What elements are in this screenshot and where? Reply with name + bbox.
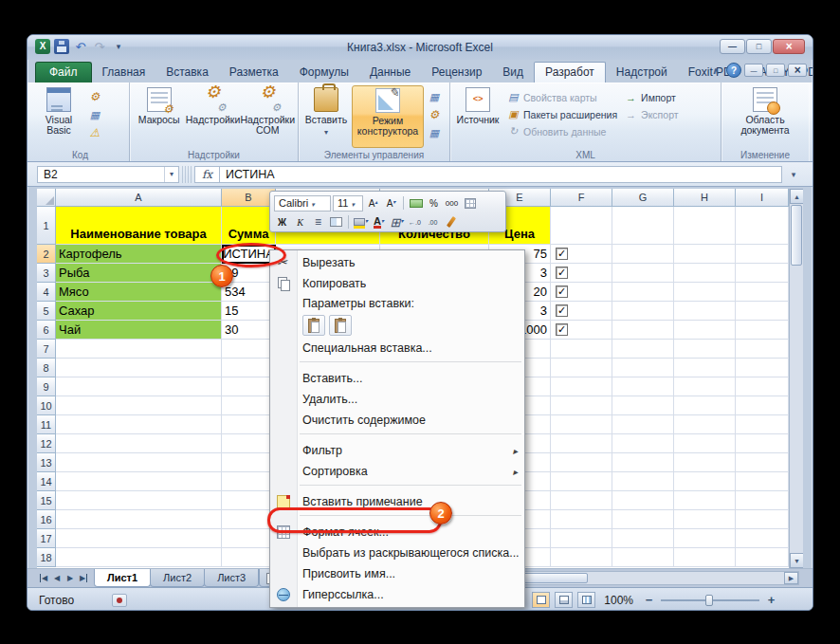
ribbon-tab-1[interactable]: Главная	[92, 63, 156, 83]
cell-H11[interactable]	[674, 415, 736, 434]
cell-A3[interactable]: Рыба	[56, 264, 222, 283]
record-macro-icon[interactable]	[87, 89, 102, 104]
cell-F13[interactable]	[551, 453, 612, 472]
cell-F16[interactable]	[551, 510, 612, 529]
cell-A13[interactable]	[56, 453, 222, 472]
cell-H1[interactable]	[674, 207, 736, 245]
previous-sheet-icon[interactable]	[50, 571, 64, 586]
cell-A7[interactable]	[56, 340, 222, 359]
column-header-F[interactable]: F	[551, 189, 612, 207]
cell-B14[interactable]	[222, 472, 276, 491]
cell-I1[interactable]	[736, 207, 789, 245]
cell-H6[interactable]	[674, 321, 736, 340]
center-align-button[interactable]	[310, 214, 326, 230]
ribbon-tab-file[interactable]: Файл	[35, 62, 92, 83]
cell-H17[interactable]	[674, 529, 736, 548]
menu-item-clear-contents[interactable]: Очистить содержимое	[270, 410, 524, 431]
ribbon-tab-2[interactable]: Вставка	[155, 63, 219, 83]
row-header-12[interactable]: 12	[37, 434, 56, 453]
cell-B13[interactable]	[222, 453, 276, 472]
column-header-B[interactable]: B	[222, 189, 276, 207]
cell-H3[interactable]	[674, 264, 736, 283]
checkbox-F5[interactable]	[556, 304, 568, 317]
cell-I6[interactable]	[736, 321, 789, 340]
paste-values-icon-button[interactable]	[329, 315, 352, 336]
cell-G16[interactable]	[612, 510, 674, 529]
cell-B1[interactable]: Сумма	[222, 207, 276, 245]
ribbon-tab-5[interactable]: Данные	[359, 63, 421, 83]
cell-G9[interactable]	[612, 377, 674, 396]
scroll-right-icon[interactable]	[784, 572, 798, 584]
cell-H5[interactable]	[674, 302, 736, 321]
cell-B6[interactable]: 30	[222, 321, 276, 340]
addins-button[interactable]: Надстройки	[187, 85, 240, 125]
minimize-ribbon-icon[interactable]	[708, 63, 723, 78]
grow-font-button[interactable]: А	[365, 195, 381, 212]
comma-style-button[interactable]: 000	[444, 195, 460, 212]
cell-A1[interactable]: Наименование товара	[56, 207, 222, 245]
row-header-14[interactable]: 14	[37, 472, 56, 491]
view-code-icon[interactable]	[427, 107, 442, 122]
increase-decimal-button[interactable]: ←.0	[407, 214, 423, 230]
cell-B4[interactable]: 534	[222, 283, 276, 302]
cell-I12[interactable]	[736, 434, 789, 453]
last-sheet-icon[interactable]	[77, 571, 90, 586]
cell-A10[interactable]	[56, 396, 222, 415]
cell-A16[interactable]	[56, 510, 222, 529]
cell-H10[interactable]	[674, 396, 736, 415]
percent-style-button[interactable]: %	[426, 195, 442, 212]
font-name-select[interactable]: Calibri	[274, 195, 331, 212]
cell-I9[interactable]	[736, 377, 789, 396]
cell-F17[interactable]	[551, 529, 612, 548]
sheet-tab-1[interactable]: Лист1	[94, 569, 151, 587]
cell-G18[interactable]	[612, 548, 674, 567]
xml-source-button[interactable]: Источник	[452, 85, 503, 125]
row-header-18[interactable]: 18	[37, 548, 56, 567]
page-break-view-button[interactable]	[577, 592, 595, 608]
row-header-9[interactable]: 9	[37, 377, 56, 396]
cell-F11[interactable]	[551, 415, 612, 434]
cell-I7[interactable]	[736, 340, 789, 359]
cell-G15[interactable]	[612, 491, 674, 510]
sheet-tab-3[interactable]: Лист3	[204, 569, 259, 587]
cell-A14[interactable]	[56, 472, 222, 491]
cell-G3[interactable]	[612, 264, 674, 283]
cell-I3[interactable]	[736, 264, 789, 283]
cell-A17[interactable]	[56, 529, 222, 548]
checkbox-F4[interactable]	[556, 285, 568, 298]
page-layout-view-button[interactable]	[555, 592, 573, 608]
font-color-button[interactable]: А	[371, 214, 387, 230]
row-header-8[interactable]: 8	[37, 359, 56, 377]
cell-G1[interactable]	[612, 207, 674, 245]
merge-center-button[interactable]	[328, 214, 344, 230]
normal-view-button[interactable]	[532, 592, 550, 608]
first-sheet-icon[interactable]	[37, 571, 50, 586]
row-header-13[interactable]: 13	[37, 453, 56, 472]
cell-H12[interactable]	[674, 434, 736, 453]
cell-G12[interactable]	[612, 434, 674, 453]
vertical-scrollbar[interactable]	[789, 189, 803, 568]
cell-A9[interactable]	[56, 377, 222, 396]
row-header-2[interactable]: 2	[37, 245, 56, 264]
select-all-corner[interactable]	[37, 189, 56, 207]
cell-A12[interactable]	[56, 434, 222, 453]
macro-security-icon[interactable]	[87, 125, 102, 140]
formula-input[interactable]: ИСТИНА	[219, 166, 782, 183]
cell-H4[interactable]	[674, 283, 736, 302]
row-header-1[interactable]: 1	[37, 207, 56, 245]
cell-F7[interactable]	[551, 340, 612, 359]
cell-B11[interactable]	[222, 415, 276, 434]
cell-G11[interactable]	[612, 415, 674, 434]
cell-G2[interactable]	[612, 245, 674, 264]
cell-I17[interactable]	[736, 529, 789, 548]
column-header-A[interactable]: A	[56, 189, 222, 207]
cell-I15[interactable]	[736, 491, 789, 510]
cell-A8[interactable]	[56, 359, 222, 377]
cell-A4[interactable]: Мясо	[56, 283, 222, 302]
cell-F8[interactable]	[551, 359, 612, 377]
cell-H16[interactable]	[674, 510, 736, 529]
export-button[interactable]: Экспорт	[625, 108, 678, 120]
scroll-down-icon[interactable]	[790, 553, 803, 568]
row-header-10[interactable]: 10	[37, 396, 56, 415]
menu-item-sort[interactable]: Сортировка	[270, 461, 524, 482]
